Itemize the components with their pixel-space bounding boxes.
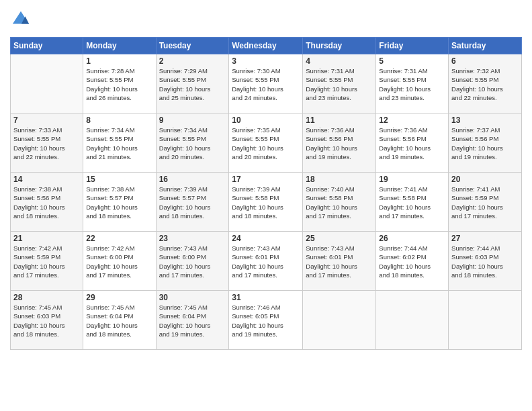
day-info: Sunrise: 7:46 AM Sunset: 6:05 PM Dayligh… bbox=[232, 303, 300, 338]
calendar-cell: 28Sunrise: 7:45 AM Sunset: 6:03 PM Dayli… bbox=[11, 291, 83, 350]
day-info: Sunrise: 7:45 AM Sunset: 6:04 PM Dayligh… bbox=[159, 303, 226, 338]
weekday-wednesday: Wednesday bbox=[229, 38, 303, 54]
day-number: 25 bbox=[306, 234, 373, 243]
day-number: 13 bbox=[451, 116, 519, 125]
day-number: 6 bbox=[451, 56, 519, 66]
calendar-cell: 4Sunrise: 7:31 AM Sunset: 5:55 PM Daylig… bbox=[303, 54, 376, 113]
week-row-3: 14Sunrise: 7:38 AM Sunset: 5:56 PM Dayli… bbox=[11, 173, 522, 232]
calendar-table: SundayMondayTuesdayWednesdayThursdayFrid… bbox=[10, 37, 522, 350]
calendar-cell: 13Sunrise: 7:37 AM Sunset: 5:56 PM Dayli… bbox=[449, 113, 522, 173]
day-info: Sunrise: 7:45 AM Sunset: 6:03 PM Dayligh… bbox=[13, 303, 80, 338]
calendar-cell: 15Sunrise: 7:38 AM Sunset: 5:57 PM Dayli… bbox=[83, 173, 156, 232]
day-info: Sunrise: 7:33 AM Sunset: 5:55 PM Dayligh… bbox=[13, 126, 80, 161]
week-row-5: 28Sunrise: 7:45 AM Sunset: 6:03 PM Dayli… bbox=[11, 291, 522, 350]
day-number: 10 bbox=[232, 116, 300, 125]
day-info: Sunrise: 7:38 AM Sunset: 5:57 PM Dayligh… bbox=[86, 185, 152, 220]
day-number: 21 bbox=[13, 234, 80, 243]
day-number: 9 bbox=[159, 116, 226, 125]
week-row-4: 21Sunrise: 7:42 AM Sunset: 5:59 PM Dayli… bbox=[11, 232, 522, 291]
weekday-header-row: SundayMondayTuesdayWednesdayThursdayFrid… bbox=[11, 38, 522, 54]
day-info: Sunrise: 7:34 AM Sunset: 5:55 PM Dayligh… bbox=[86, 126, 152, 161]
day-info: Sunrise: 7:39 AM Sunset: 5:57 PM Dayligh… bbox=[159, 185, 226, 220]
day-info: Sunrise: 7:36 AM Sunset: 5:56 PM Dayligh… bbox=[379, 126, 445, 161]
day-info: Sunrise: 7:35 AM Sunset: 5:55 PM Dayligh… bbox=[232, 126, 300, 161]
header bbox=[10, 7, 522, 32]
day-number: 4 bbox=[306, 56, 373, 66]
calendar-cell: 6Sunrise: 7:32 AM Sunset: 5:55 PM Daylig… bbox=[449, 54, 522, 113]
calendar-cell: 9Sunrise: 7:34 AM Sunset: 5:55 PM Daylig… bbox=[156, 113, 229, 173]
calendar-cell: 10Sunrise: 7:35 AM Sunset: 5:55 PM Dayli… bbox=[229, 113, 303, 173]
calendar-cell bbox=[376, 291, 449, 350]
day-number: 28 bbox=[13, 293, 80, 302]
calendar-cell: 27Sunrise: 7:44 AM Sunset: 6:03 PM Dayli… bbox=[449, 232, 522, 291]
calendar-cell bbox=[303, 291, 376, 350]
day-info: Sunrise: 7:34 AM Sunset: 5:55 PM Dayligh… bbox=[159, 126, 226, 161]
calendar-cell: 8Sunrise: 7:34 AM Sunset: 5:55 PM Daylig… bbox=[83, 113, 156, 173]
day-number: 29 bbox=[86, 293, 152, 302]
day-info: Sunrise: 7:37 AM Sunset: 5:56 PM Dayligh… bbox=[451, 126, 519, 161]
day-number: 22 bbox=[86, 234, 152, 243]
page-container: SundayMondayTuesdayWednesdayThursdayFrid… bbox=[0, 0, 532, 411]
day-info: Sunrise: 7:44 AM Sunset: 6:03 PM Dayligh… bbox=[451, 244, 519, 279]
calendar-cell: 26Sunrise: 7:44 AM Sunset: 6:02 PM Dayli… bbox=[376, 232, 449, 291]
calendar-cell: 29Sunrise: 7:45 AM Sunset: 6:04 PM Dayli… bbox=[83, 291, 156, 350]
calendar-cell: 21Sunrise: 7:42 AM Sunset: 5:59 PM Dayli… bbox=[11, 232, 83, 291]
calendar-cell: 22Sunrise: 7:42 AM Sunset: 6:00 PM Dayli… bbox=[83, 232, 156, 291]
day-number: 30 bbox=[159, 293, 226, 302]
calendar-cell: 24Sunrise: 7:43 AM Sunset: 6:01 PM Dayli… bbox=[229, 232, 303, 291]
calendar-cell: 31Sunrise: 7:46 AM Sunset: 6:05 PM Dayli… bbox=[229, 291, 303, 350]
day-number: 17 bbox=[232, 175, 300, 184]
weekday-tuesday: Tuesday bbox=[156, 38, 229, 54]
calendar-cell: 17Sunrise: 7:39 AM Sunset: 5:58 PM Dayli… bbox=[229, 173, 303, 232]
day-info: Sunrise: 7:32 AM Sunset: 5:55 PM Dayligh… bbox=[451, 66, 519, 102]
day-info: Sunrise: 7:36 AM Sunset: 5:56 PM Dayligh… bbox=[306, 126, 373, 161]
day-info: Sunrise: 7:41 AM Sunset: 5:58 PM Dayligh… bbox=[379, 185, 445, 220]
calendar-cell: 20Sunrise: 7:41 AM Sunset: 5:59 PM Dayli… bbox=[449, 173, 522, 232]
calendar-cell: 18Sunrise: 7:40 AM Sunset: 5:58 PM Dayli… bbox=[303, 173, 376, 232]
calendar-cell: 3Sunrise: 7:30 AM Sunset: 5:55 PM Daylig… bbox=[229, 54, 303, 113]
calendar-cell: 25Sunrise: 7:43 AM Sunset: 6:01 PM Dayli… bbox=[303, 232, 376, 291]
day-info: Sunrise: 7:38 AM Sunset: 5:56 PM Dayligh… bbox=[13, 185, 80, 220]
day-number: 1 bbox=[86, 56, 152, 66]
day-info: Sunrise: 7:31 AM Sunset: 5:55 PM Dayligh… bbox=[379, 66, 445, 102]
day-number: 2 bbox=[159, 56, 226, 66]
day-info: Sunrise: 7:41 AM Sunset: 5:59 PM Dayligh… bbox=[451, 185, 519, 220]
day-info: Sunrise: 7:31 AM Sunset: 5:55 PM Dayligh… bbox=[306, 66, 373, 102]
day-info: Sunrise: 7:43 AM Sunset: 6:01 PM Dayligh… bbox=[232, 244, 300, 279]
day-info: Sunrise: 7:42 AM Sunset: 6:00 PM Dayligh… bbox=[86, 244, 152, 279]
calendar-cell: 11Sunrise: 7:36 AM Sunset: 5:56 PM Dayli… bbox=[303, 113, 376, 173]
weekday-friday: Friday bbox=[376, 38, 449, 54]
day-number: 16 bbox=[159, 175, 226, 184]
calendar-cell: 19Sunrise: 7:41 AM Sunset: 5:58 PM Dayli… bbox=[376, 173, 449, 232]
weekday-monday: Monday bbox=[83, 38, 156, 54]
day-number: 5 bbox=[379, 56, 445, 66]
day-number: 24 bbox=[232, 234, 300, 243]
day-info: Sunrise: 7:43 AM Sunset: 6:01 PM Dayligh… bbox=[306, 244, 373, 279]
calendar-cell: 5Sunrise: 7:31 AM Sunset: 5:55 PM Daylig… bbox=[376, 54, 449, 113]
day-info: Sunrise: 7:43 AM Sunset: 6:00 PM Dayligh… bbox=[159, 244, 226, 279]
calendar-cell: 16Sunrise: 7:39 AM Sunset: 5:57 PM Dayli… bbox=[156, 173, 229, 232]
day-info: Sunrise: 7:42 AM Sunset: 5:59 PM Dayligh… bbox=[13, 244, 80, 279]
day-info: Sunrise: 7:44 AM Sunset: 6:02 PM Dayligh… bbox=[379, 244, 445, 279]
weekday-sunday: Sunday bbox=[11, 38, 83, 54]
logo bbox=[10, 10, 33, 32]
calendar-cell: 30Sunrise: 7:45 AM Sunset: 6:04 PM Dayli… bbox=[156, 291, 229, 350]
day-number: 7 bbox=[13, 116, 80, 125]
logo-icon bbox=[11, 10, 30, 29]
calendar-cell bbox=[11, 54, 83, 113]
day-number: 31 bbox=[232, 293, 300, 302]
calendar-cell bbox=[449, 291, 522, 350]
calendar-cell: 14Sunrise: 7:38 AM Sunset: 5:56 PM Dayli… bbox=[11, 173, 83, 232]
day-number: 3 bbox=[232, 56, 300, 66]
day-number: 8 bbox=[86, 116, 152, 125]
day-info: Sunrise: 7:30 AM Sunset: 5:55 PM Dayligh… bbox=[232, 66, 300, 102]
calendar-cell: 7Sunrise: 7:33 AM Sunset: 5:55 PM Daylig… bbox=[11, 113, 83, 173]
day-info: Sunrise: 7:29 AM Sunset: 5:55 PM Dayligh… bbox=[159, 66, 226, 102]
calendar-cell: 1Sunrise: 7:28 AM Sunset: 5:55 PM Daylig… bbox=[83, 54, 156, 113]
day-info: Sunrise: 7:28 AM Sunset: 5:55 PM Dayligh… bbox=[86, 66, 152, 102]
day-number: 20 bbox=[451, 175, 519, 184]
weekday-thursday: Thursday bbox=[303, 38, 376, 54]
day-number: 23 bbox=[159, 234, 226, 243]
calendar-cell: 12Sunrise: 7:36 AM Sunset: 5:56 PM Dayli… bbox=[376, 113, 449, 173]
day-number: 18 bbox=[306, 175, 373, 184]
